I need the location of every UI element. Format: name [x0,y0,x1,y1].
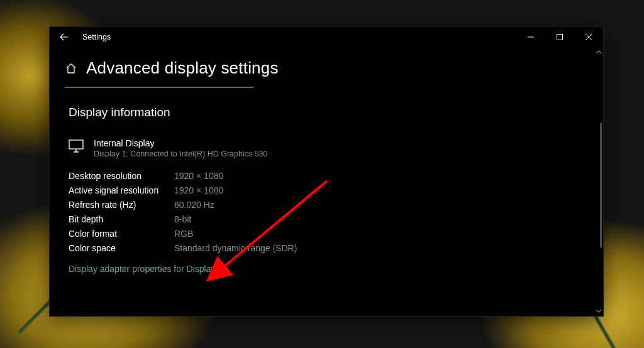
scrollbar[interactable] [594,47,603,316]
prop-color-space: Color space Standard dynamic range (SDR) [69,243,575,253]
properties-list: Desktop resolution 1920 × 1080 Active si… [69,171,575,253]
window-title: Settings [79,33,111,41]
titlebar: Settings [50,27,603,47]
maximize-icon [557,34,563,40]
prop-value: 8-bit [174,214,191,224]
maximize-button[interactable] [545,27,574,47]
svg-rect-0 [557,35,563,40]
back-arrow-icon [60,33,69,41]
display-subtitle: Display 1: Connected to Intel(R) HD Grap… [94,150,268,158]
prop-value: 1920 × 1080 [174,171,223,181]
monitor-icon [69,139,84,156]
display-information-section: Display information Internal Display Dis… [50,88,594,275]
prop-label: Bit depth [69,214,174,224]
prop-active-signal-resolution: Active signal resolution 1920 × 1080 [69,185,575,195]
prop-desktop-resolution: Desktop resolution 1920 × 1080 [69,171,575,181]
svg-rect-1 [69,140,83,149]
prop-value: Standard dynamic range (SDR) [174,243,297,253]
page-header: Advanced display settings [50,47,594,82]
prop-label: Desktop resolution [69,171,174,181]
scroll-up-icon[interactable] [594,47,603,57]
prop-label: Color space [69,243,174,253]
prop-label: Refresh rate (Hz) [69,200,174,210]
scroll-down-icon[interactable] [594,306,603,316]
content-area: Advanced display settings Display inform… [50,47,594,316]
back-button[interactable] [50,27,79,47]
prop-value: 1920 × 1080 [174,185,223,195]
prop-color-format: Color format RGB [69,229,575,239]
prop-value: RGB [174,229,193,239]
page-title: Advanced display settings [86,58,279,78]
home-button[interactable] [65,62,77,75]
display-name: Internal Display [94,138,268,148]
scroll-thumb[interactable] [600,122,602,248]
close-icon [586,34,592,40]
prop-bit-depth: Bit depth 8-bit [69,214,575,224]
prop-value: 60.020 Hz [174,200,214,210]
prop-label: Active signal resolution [69,185,174,195]
prop-label: Color format [69,229,174,239]
home-icon [65,63,77,74]
minimize-icon [528,34,534,40]
close-button[interactable] [574,27,603,47]
minimize-button[interactable] [516,27,545,47]
display-header: Internal Display Display 1: Connected to… [69,138,575,158]
display-adapter-link[interactable]: Display adapter properties for Display 1 [69,264,223,274]
prop-refresh-rate: Refresh rate (Hz) 60.020 Hz [69,200,575,210]
settings-window: Settings Advanced display settings [49,26,604,317]
section-heading: Display information [69,106,575,119]
